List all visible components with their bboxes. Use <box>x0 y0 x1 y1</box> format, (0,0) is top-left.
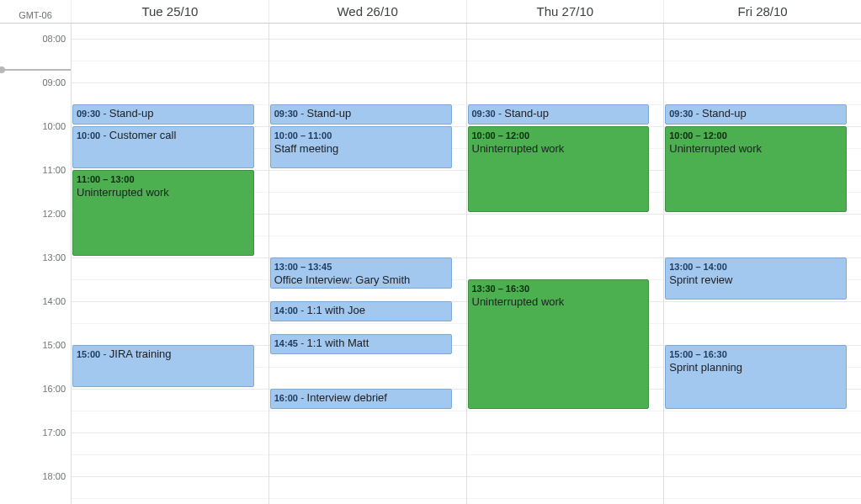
time-label: 17:00 <box>42 427 66 438</box>
event-title: Staff meeting <box>274 142 448 156</box>
event-title: Interview debrief <box>307 391 387 404</box>
calendar-event[interactable]: 10:00 - Customer call <box>72 126 254 168</box>
calendar-event[interactable]: 09:30 - Stand-up <box>665 104 847 125</box>
time-label: 08:00 <box>42 34 66 44</box>
event-time: 15:00 – 16:30 <box>669 349 727 359</box>
time-label: 16:00 <box>42 384 66 394</box>
calendar-event[interactable]: 09:30 - Stand-up <box>468 104 650 125</box>
event-time: 10:00 – 12:00 <box>472 130 530 141</box>
calendar-body: 08:0009:0010:0011:0012:0013:0014:0015:00… <box>0 24 861 504</box>
day-header-tue[interactable]: Tue 25/10 <box>71 0 268 23</box>
event-title: Uninterrupted work <box>472 142 646 156</box>
event-time: 09:30 <box>669 109 693 119</box>
time-label: 12:00 <box>42 209 66 219</box>
header-row: GMT-06 Tue 25/10Wed 26/10Thu 27/10Fri 28… <box>0 0 861 24</box>
time-label: 11:00 <box>42 165 66 175</box>
time-axis: 08:0009:0010:0011:0012:0013:0014:0015:00… <box>0 24 71 504</box>
event-time: 09:30 <box>274 109 298 119</box>
event-title: Uninterrupted work <box>77 186 250 199</box>
calendar-week-view: GMT-06 Tue 25/10Wed 26/10Thu 27/10Fri 28… <box>0 0 861 504</box>
event-title: Stand-up <box>702 107 747 119</box>
event-time: 09:30 <box>472 109 496 119</box>
calendar-event[interactable]: 13:00 – 13:45Office Interview: Gary Smit… <box>270 257 452 289</box>
event-title: Sprint planning <box>669 361 842 374</box>
event-time: 13:30 – 16:30 <box>472 284 530 294</box>
time-label: 18:00 <box>42 471 66 481</box>
event-title: JIRA training <box>109 347 172 360</box>
time-label: 15:00 <box>42 340 66 350</box>
calendar-event[interactable]: 13:30 – 16:30Uninterrupted work <box>468 279 650 409</box>
calendar-event[interactable]: 09:30 - Stand-up <box>270 104 452 125</box>
event-title: Uninterrupted work <box>472 295 646 309</box>
event-time: 14:00 <box>274 305 298 316</box>
calendar-event[interactable]: 15:00 – 16:30Sprint planning <box>665 345 847 409</box>
time-label: 13:00 <box>42 252 66 263</box>
event-title: Office Interview: Gary Smith <box>274 273 448 287</box>
day-header-fri[interactable]: Fri 28/10 <box>663 0 861 23</box>
event-time: 13:00 – 14:00 <box>669 262 727 272</box>
day-column-tue[interactable] <box>71 24 268 504</box>
event-title: Stand-up <box>307 107 352 119</box>
event-title: Customer call <box>109 129 176 141</box>
calendar-event[interactable]: 10:00 – 12:00Uninterrupted work <box>665 126 847 212</box>
day-header-wed[interactable]: Wed 26/10 <box>268 0 466 23</box>
calendar-grid[interactable]: 09:30 - Stand-up10:00 - Customer call11:… <box>71 24 861 504</box>
timezone-label: GMT-06 <box>0 0 71 23</box>
calendar-event[interactable]: 11:00 – 13:00Uninterrupted work <box>72 170 254 256</box>
event-title: Stand-up <box>109 107 154 119</box>
event-title: Stand-up <box>504 107 549 119</box>
event-time: 10:00 – 12:00 <box>669 130 727 141</box>
event-time: 13:00 – 13:45 <box>274 262 332 272</box>
calendar-event[interactable]: 10:00 – 12:00Uninterrupted work <box>468 126 650 212</box>
event-title: 1:1 with Matt <box>307 337 369 349</box>
calendar-event[interactable]: 15:00 - JIRA training <box>72 345 254 387</box>
event-time: 16:00 <box>274 393 298 403</box>
event-time: 15:00 <box>77 349 100 359</box>
day-header-thu[interactable]: Thu 27/10 <box>466 0 664 23</box>
event-time: 14:45 <box>274 338 298 348</box>
calendar-event[interactable]: 14:00 - 1:1 with Joe <box>270 301 452 321</box>
event-time: 11:00 – 13:00 <box>77 174 135 184</box>
time-label: 14:00 <box>42 296 66 306</box>
calendar-event[interactable]: 09:30 - Stand-up <box>72 104 254 125</box>
calendar-event[interactable]: 16:00 - Interview debrief <box>270 389 452 409</box>
event-time: 10:00 – 11:00 <box>274 130 332 141</box>
time-label: 09:00 <box>42 77 66 88</box>
event-title: Uninterrupted work <box>669 142 842 156</box>
calendar-event[interactable]: 14:45 - 1:1 with Matt <box>270 334 452 354</box>
calendar-event[interactable]: 10:00 – 11:00Staff meeting <box>270 126 452 168</box>
now-indicator <box>0 69 71 71</box>
calendar-event[interactable]: 13:00 – 14:00Sprint review <box>665 257 847 300</box>
time-label: 10:00 <box>42 121 66 131</box>
event-title: Sprint review <box>669 273 842 287</box>
event-time: 10:00 <box>77 130 100 141</box>
day-column-thu[interactable] <box>466 24 664 504</box>
event-time: 09:30 <box>77 109 100 119</box>
event-title: 1:1 with Joe <box>307 304 365 316</box>
